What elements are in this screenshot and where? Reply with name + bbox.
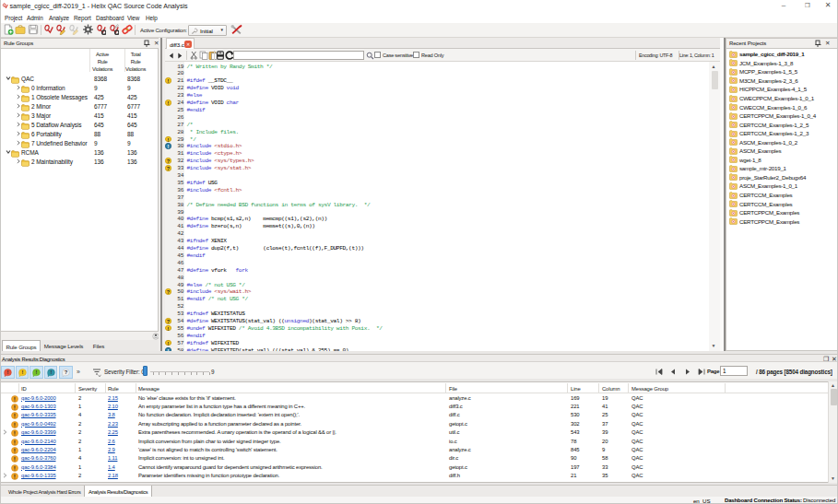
svg-text:!: ! bbox=[36, 370, 38, 376]
svg-text:!: ! bbox=[21, 370, 23, 376]
svg-text:!: ! bbox=[50, 370, 52, 376]
svg-text:?: ? bbox=[65, 370, 68, 376]
svg-text:!: ! bbox=[7, 370, 9, 376]
